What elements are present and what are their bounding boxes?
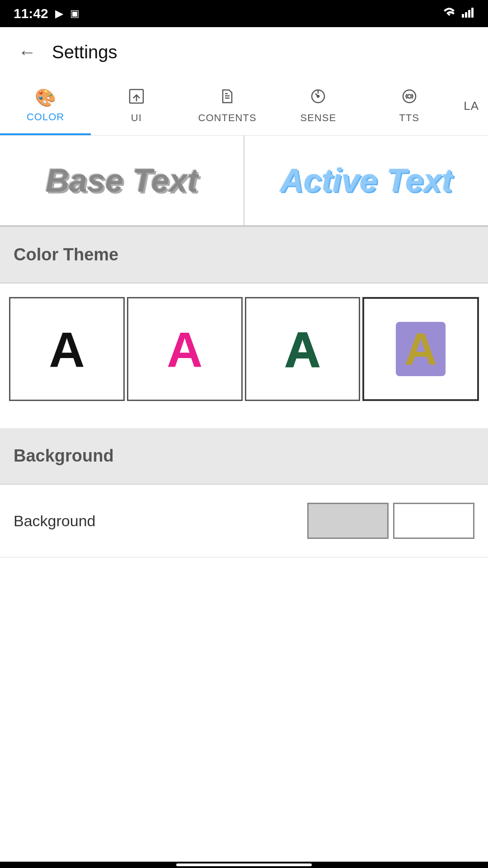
background-controls [307, 503, 474, 539]
base-text-preview: Base Text [46, 162, 198, 199]
theme-pink[interactable]: A [127, 297, 243, 401]
tab-contents[interactable]: CONTENTS [182, 77, 272, 135]
color-theme-header: Color Theme [0, 227, 488, 283]
tab-color-label: COLOR [27, 111, 64, 123]
theme-teal[interactable]: A [245, 297, 361, 401]
tts-icon [401, 88, 418, 108]
nav-bottom [0, 862, 488, 868]
tab-sense-label: SENSE [300, 112, 337, 124]
active-text-preview: Active Text [280, 162, 452, 199]
sim-icon: ▣ [70, 8, 80, 19]
back-arrow-icon: ← [18, 42, 36, 62]
svg-rect-3 [471, 8, 474, 18]
theme-teal-letter: A [285, 321, 320, 378]
more-label: LA [464, 99, 479, 113]
svg-rect-1 [465, 12, 467, 18]
color-theme-grid: A A A A [0, 283, 488, 415]
background-row: Background [0, 485, 488, 557]
signal-icon [462, 6, 474, 21]
svg-point-13 [408, 94, 411, 98]
page-title: Settings [52, 42, 117, 62]
tab-ui-label: UI [131, 112, 142, 124]
tab-contents-label: CONTENTS [198, 112, 257, 124]
theme-black-letter: A [49, 321, 84, 378]
preview-active: Active Text [244, 136, 488, 226]
status-left: 11:42 ▶ ▣ [14, 6, 80, 21]
svg-rect-2 [468, 10, 470, 18]
theme-gold-letter: A [404, 323, 437, 375]
contents-icon [219, 88, 235, 108]
theme-gold[interactable]: A [362, 297, 479, 401]
tab-bar: 🎨 COLOR UI CONTENTS [0, 77, 488, 136]
tab-tts-label: TTS [399, 112, 419, 124]
status-time: 11:42 [14, 6, 48, 21]
status-bar: 11:42 ▶ ▣ [0, 0, 488, 27]
svg-point-12 [403, 90, 416, 103]
preview-base: Base Text [0, 136, 244, 226]
palette-icon: 🎨 [35, 88, 56, 108]
background-header: Background [0, 428, 488, 485]
tab-color[interactable]: 🎨 COLOR [0, 77, 91, 135]
background-title: Background [14, 446, 114, 465]
tab-more[interactable]: LA [455, 77, 488, 135]
theme-pink-letter: A [167, 321, 202, 378]
theme-black[interactable]: A [9, 297, 125, 401]
back-button[interactable]: ← [14, 38, 41, 66]
status-right [442, 6, 474, 21]
background-row-label: Background [14, 512, 95, 530]
background-btn-2[interactable] [393, 503, 474, 539]
preview-section: Base Text Active Text [0, 136, 488, 227]
wifi-icon [442, 6, 456, 21]
svg-rect-0 [462, 14, 464, 18]
theme-gold-wrapper: A [404, 323, 437, 375]
nav-bar-line [176, 863, 312, 866]
background-btn-1[interactable] [307, 503, 389, 539]
color-theme-title: Color Theme [14, 245, 118, 264]
tab-tts[interactable]: TTS [364, 77, 455, 135]
ui-icon [128, 88, 145, 108]
sense-icon [310, 88, 326, 108]
tab-ui[interactable]: UI [91, 77, 182, 135]
play-icon: ▶ [55, 7, 63, 20]
tab-sense[interactable]: SENSE [273, 77, 364, 135]
top-bar: ← Settings [0, 27, 488, 77]
